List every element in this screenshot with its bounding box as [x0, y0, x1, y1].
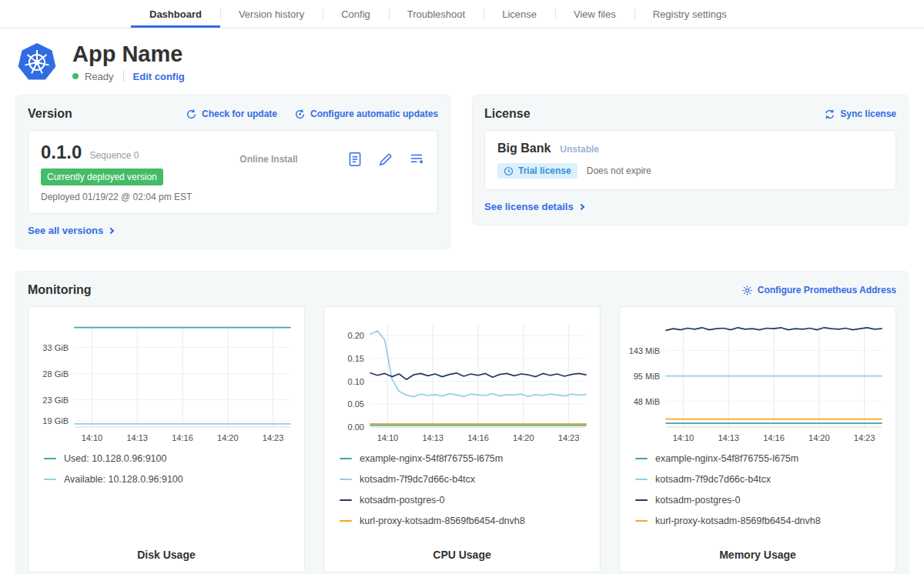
clock-icon	[504, 166, 514, 176]
svg-text:14:10: 14:10	[673, 433, 695, 442]
cpu-usage-panel: 14:1014:1314:1614:2014:230.000.050.100.1…	[323, 306, 601, 572]
svg-text:14:20: 14:20	[217, 433, 239, 442]
svg-text:0.00: 0.00	[348, 422, 364, 432]
nav-tabs: DashboardVersion historyConfigTroublesho…	[131, 0, 745, 28]
license-card: License Sync license Big	[472, 95, 909, 225]
chart-title: Disk Usage	[36, 549, 296, 566]
sync-icon	[824, 108, 835, 120]
refresh-icon	[186, 108, 197, 120]
app-status-row: Ready Edit config	[72, 71, 185, 82]
svg-text:14:23: 14:23	[854, 433, 875, 442]
svg-text:33 GiB: 33 GiB	[42, 343, 69, 352]
tab-view-files[interactable]: View files	[555, 0, 634, 28]
legend-color-dash	[340, 458, 352, 460]
release-notes-icon[interactable]	[346, 151, 363, 168]
svg-text:14:20: 14:20	[513, 433, 534, 442]
svg-text:95 MiB: 95 MiB	[634, 372, 660, 381]
legend-item: kotsadm-7f9dc7d66c-b4tcx	[340, 474, 592, 485]
app-status-text: Ready	[85, 71, 114, 82]
legend-label: example-nginx-54f8f76755-l675m	[655, 453, 798, 464]
configure-prometheus-link[interactable]: Configure Prometheus Address	[742, 285, 896, 296]
legend-label: Available: 10.128.0.96:9100	[64, 474, 183, 485]
legend-item: Available: 10.128.0.96:9100	[44, 474, 296, 485]
legend-label: kurl-proxy-kotsadm-8569fb6454-dnvh8	[655, 516, 821, 526]
svg-text:14:16: 14:16	[763, 433, 785, 442]
see-all-versions-link[interactable]: See all versions	[28, 225, 113, 236]
legend-color-dash	[635, 520, 648, 522]
legend-label: kotsadm-postgres-0	[360, 495, 444, 506]
version-card: Version Check for update	[15, 95, 450, 249]
license-channel: Unstable	[560, 144, 599, 155]
svg-text:0.15: 0.15	[348, 354, 364, 363]
monitoring-card: Monitoring Configure Prometheus Address …	[15, 271, 909, 574]
legend-item: kotsadm-postgres-0	[635, 495, 888, 506]
svg-text:14:13: 14:13	[422, 433, 444, 442]
deploy-logs-icon[interactable]	[408, 151, 425, 168]
tab-version-history[interactable]: Version history	[220, 0, 323, 28]
tab-license[interactable]: License	[484, 0, 555, 28]
install-type-label: Online Install	[239, 154, 297, 165]
svg-text:14:10: 14:10	[82, 433, 103, 442]
license-box: Big Bank Unstable Trial license Does not…	[484, 130, 896, 190]
svg-text:0.10: 0.10	[348, 377, 364, 386]
legend-item: kotsadm-postgres-0	[340, 495, 592, 506]
svg-text:28 GiB: 28 GiB	[42, 369, 69, 379]
svg-text:0.20: 0.20	[348, 331, 364, 340]
legend-label: Used: 10.128.0.96:9100	[64, 453, 166, 464]
legend-color-dash	[44, 479, 56, 481]
legend-color-dash	[635, 479, 648, 481]
chevron-right-icon	[108, 228, 114, 234]
license-card-title: License	[484, 107, 531, 121]
kubernetes-logo-icon	[17, 42, 57, 82]
legend-color-dash	[340, 499, 352, 502]
configure-auto-updates-link[interactable]: Configure automatic updates	[294, 108, 438, 120]
svg-text:14:16: 14:16	[172, 433, 193, 442]
legend-label: kotsadm-postgres-0	[655, 495, 740, 506]
edit-config-icon[interactable]	[377, 151, 394, 168]
chart-legend: Used: 10.128.0.96:9100Available: 10.128.…	[36, 453, 296, 495]
svg-text:0.05: 0.05	[348, 399, 364, 409]
legend-item: kurl-proxy-kotsadm-8569fb6454-dnvh8	[635, 516, 888, 526]
sync-license-link[interactable]: Sync license	[824, 108, 896, 120]
svg-text:14:13: 14:13	[718, 433, 739, 442]
deployed-timestamp: Deployed 01/19/22 @ 02:04 pm EST	[41, 192, 192, 202]
divider	[123, 71, 124, 82]
chart-title: CPU Usage	[332, 549, 592, 566]
tab-config[interactable]: Config	[323, 0, 389, 28]
check-for-update-link[interactable]: Check for update	[186, 108, 277, 120]
svg-text:19 GiB: 19 GiB	[42, 416, 69, 425]
edit-config-link[interactable]: Edit config	[133, 71, 185, 82]
legend-color-dash	[635, 499, 648, 502]
gear-icon	[742, 285, 753, 296]
legend-color-dash	[635, 458, 648, 460]
memory-usage-panel: 14:1014:1314:1614:2014:2348 MiB95 MiB143…	[619, 306, 896, 572]
legend-item: Used: 10.128.0.96:9100	[44, 453, 296, 464]
svg-text:48 MiB: 48 MiB	[634, 397, 660, 406]
current-version-box: 0.1.0 Sequence 0 Currently deployed vers…	[28, 130, 438, 214]
disk-usage-panel: 14:1014:1314:1614:2014:2319 GiB23 GiB28 …	[28, 306, 305, 572]
license-name: Big Bank	[497, 142, 551, 155]
chevron-right-icon	[578, 204, 584, 210]
svg-text:14:20: 14:20	[808, 433, 830, 442]
legend-item: kotsadm-7f9dc7d66c-b4tcx	[635, 474, 888, 485]
legend-color-dash	[44, 458, 56, 460]
legend-label: kotsadm-7f9dc7d66c-b4tcx	[360, 474, 475, 485]
svg-text:14:23: 14:23	[558, 433, 580, 442]
chart-legend: example-nginx-54f8f76755-l675mkotsadm-7f…	[628, 453, 888, 536]
tab-troubleshoot[interactable]: Troubleshoot	[389, 0, 484, 28]
legend-item: kurl-proxy-kotsadm-8569fb6454-dnvh8	[340, 516, 592, 526]
app-header: App Name Ready Edit config	[0, 28, 924, 85]
svg-text:23 GiB: 23 GiB	[42, 395, 69, 405]
svg-text:143 MiB: 143 MiB	[629, 346, 660, 355]
legend-item: example-nginx-54f8f76755-l675m	[340, 453, 592, 464]
legend-label: kotsadm-7f9dc7d66c-b4tcx	[655, 474, 771, 485]
tab-registry-settings[interactable]: Registry settings	[634, 0, 745, 28]
app-title: App Name	[72, 42, 185, 67]
tab-dashboard[interactable]: Dashboard	[131, 0, 220, 28]
chart-title: Memory Usage	[628, 549, 888, 566]
legend-color-dash	[340, 520, 352, 522]
status-dot	[72, 73, 79, 79]
license-expiration: Does not expire	[587, 165, 651, 176]
see-license-details-link[interactable]: See license details	[484, 201, 584, 212]
svg-text:14:23: 14:23	[263, 433, 284, 442]
